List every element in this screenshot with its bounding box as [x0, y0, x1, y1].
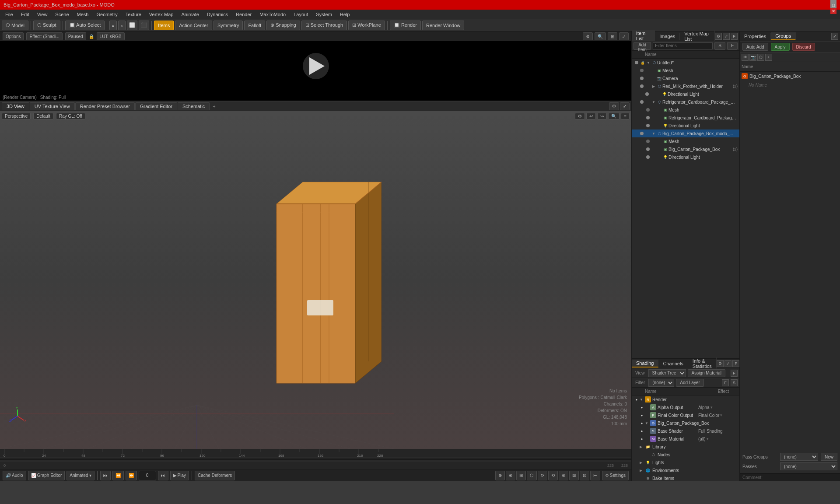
tab-schematic[interactable]: Schematic — [178, 102, 210, 110]
tab-properties[interactable]: Properties — [740, 33, 771, 40]
filter-items-input[interactable] — [653, 42, 713, 49]
tab-gradient[interactable]: Gradient Editor — [135, 102, 177, 110]
render-zoom-icon[interactable]: 🔍 — [595, 32, 606, 40]
shading-filter-s[interactable]: S — [731, 379, 738, 386]
bt9[interactable]: ⊡ — [580, 471, 589, 480]
bt2[interactable]: ⊗ — [506, 471, 515, 480]
new-passgroup-button[interactable]: New — [821, 453, 837, 461]
discard-button[interactable]: Discard — [792, 43, 815, 51]
model-button[interactable]: ⬡ Model — [2, 21, 28, 30]
transport-next[interactable]: ⏩ — [126, 471, 137, 480]
shade-row-lights[interactable]: ▶ 💡 Lights — [632, 458, 739, 466]
tab-renderpreset[interactable]: Render Preset Browser — [75, 102, 135, 110]
expand-icon[interactable]: ▼ — [651, 131, 656, 136]
bt5[interactable]: ⟳ — [538, 471, 547, 480]
item-row-untitled[interactable]: 🔒 ▼ ⬡ Untitled* — [632, 59, 739, 66]
panel-settings-icon[interactable]: ⚙ — [715, 33, 722, 40]
render-settings-icon[interactable]: ⚙ — [583, 32, 593, 40]
menu-dynamics[interactable]: Dynamics — [203, 11, 231, 18]
shade-expand-icon[interactable]: ▶ — [640, 469, 645, 472]
panel-expand-icon[interactable]: ⤢ — [723, 33, 730, 40]
expand-icon[interactable]: ▼ — [646, 60, 651, 65]
menu-file[interactable]: File — [2, 11, 17, 18]
menu-maxtomodo[interactable]: MaxToModo — [256, 11, 289, 18]
bt8[interactable]: ⊠ — [569, 471, 579, 480]
shade-expand-icon[interactable]: ▶ — [640, 445, 645, 449]
bt7[interactable]: ⊛ — [559, 471, 568, 480]
shade-row-environments[interactable]: ▶ 🌐 Environments — [632, 466, 739, 474]
tab-images[interactable]: Images — [655, 33, 680, 40]
shading-filter-select[interactable]: (none) — [648, 379, 674, 387]
play-button[interactable] — [303, 53, 329, 79]
tab-3dview[interactable]: 3D View — [2, 102, 29, 110]
item-row-refrig2[interactable]: ▣ Refrigerator_Cardboard_Package_Bo... — [632, 114, 739, 122]
graph-editor-button[interactable]: 📈 Graph Editor — [28, 471, 65, 480]
bt10[interactable]: ⊢ — [590, 471, 600, 480]
far-right-expand[interactable]: ⤢ — [831, 33, 838, 40]
settings-button[interactable]: ⚙ Settings — [602, 471, 629, 480]
item-row-mesh1[interactable]: ▣ Mesh — [632, 66, 739, 74]
render-expand-icon[interactable]: ⤢ — [619, 32, 629, 40]
play-button-bottom[interactable]: ▶ Play — [170, 471, 189, 480]
shade-row-baseshader[interactable]: ● S Base Shader Full Shading — [632, 427, 739, 435]
passes-select[interactable]: (none) — [780, 462, 837, 470]
shading-f-btn[interactable]: F — [731, 370, 738, 377]
bt1[interactable]: ⊕ — [495, 471, 505, 480]
menu-system[interactable]: System — [312, 11, 336, 18]
item-row-mesh3[interactable]: ▣ Mesh — [632, 137, 739, 145]
shader-tree-select[interactable]: Shader Tree — [648, 369, 686, 377]
menu-render[interactable]: Render — [232, 11, 255, 18]
viewport-settings-icon[interactable]: ⚙ — [609, 102, 619, 110]
vp-options-icon[interactable]: ≡ — [621, 113, 630, 119]
tab-uvtexture[interactable]: UV Texture View — [30, 102, 75, 110]
add-item-button[interactable]: Add Item ▾ — [634, 42, 651, 50]
action-center-button[interactable]: Action Center — [175, 21, 212, 30]
pass-groups-select[interactable]: (none) — [780, 453, 818, 461]
vert-mode-button[interactable]: ⬥ — [109, 21, 117, 30]
item-row-bigcarton[interactable]: ▼ ⬡ Big_Carton_Package_Box_modo_... — [632, 130, 739, 137]
audio-button[interactable]: 🔊 Audio — [3, 471, 26, 480]
shading-mode-button[interactable]: Default — [33, 113, 53, 119]
shading-expand-icon[interactable]: ⤢ — [724, 360, 732, 367]
viewport-3d[interactable]: Perspective Default Ray GL: Off ⚙ ↩ ↪ 🔍 … — [0, 111, 631, 449]
vp-redo-icon[interactable]: ↪ — [597, 113, 607, 119]
add-layer-button[interactable]: Add Layer — [676, 379, 704, 387]
shade-expand-icon[interactable]: ▼ — [640, 398, 645, 402]
item-row-camera[interactable]: 📷 Camera — [632, 74, 739, 82]
cache-deformers-button[interactable]: Cache Deformers — [195, 471, 235, 480]
menu-layout[interactable]: Layout — [290, 11, 312, 18]
tab-shading[interactable]: Shading — [632, 360, 658, 368]
panel-lock-icon[interactable]: F — [731, 33, 738, 40]
shade-row-bigcarton[interactable]: ● ▼ G Big_Carton_Package_Box — [632, 419, 739, 427]
item-row-dirlight1[interactable]: 💡 Directional Light — [632, 90, 739, 98]
snapping-button[interactable]: ⊕ Snapping — [266, 21, 300, 30]
filter-s-button[interactable]: S — [714, 42, 725, 50]
workplane-button[interactable]: ⊞ WorkPlane — [348, 21, 385, 30]
bt3[interactable]: ⊞ — [516, 471, 526, 480]
menu-texture[interactable]: Texture — [122, 11, 145, 18]
item-row-bigcarton-sub[interactable]: ▣ Big_Carton_Package_Box (2) — [632, 145, 739, 153]
assign-material-button[interactable]: Assign Material — [688, 369, 725, 377]
tab-info-stats[interactable]: Info & Statistics — [688, 357, 717, 370]
prop-vis-icon[interactable]: 👁 — [742, 54, 749, 61]
vp-undo-icon[interactable]: ↩ — [586, 113, 596, 119]
tab-channels[interactable]: Channels — [658, 360, 688, 367]
menu-geometry[interactable]: Geometry — [93, 11, 121, 18]
options-button[interactable]: Options — [3, 32, 24, 40]
tab-groups[interactable]: Groups — [771, 32, 796, 40]
group-row-bigcarton[interactable]: G Big_Carton_Package_Box — [740, 72, 840, 80]
maximize-button[interactable]: □ — [830, 2, 836, 8]
render-window-button[interactable]: Render Window — [422, 21, 464, 30]
menu-scene[interactable]: Scene — [52, 11, 72, 18]
prop-icon3[interactable]: ⬡ — [757, 54, 764, 61]
frame-input[interactable] — [139, 471, 156, 480]
shade-row-nodes[interactable]: ⬡ Nodes — [632, 451, 739, 458]
menu-vertexmap[interactable]: Vertex Map — [146, 11, 177, 18]
render-button[interactable]: 🔲 Render — [390, 21, 421, 30]
item-row-mesh2[interactable]: ▣ Mesh — [632, 106, 739, 114]
falloff-button[interactable]: Falloff — [244, 21, 265, 30]
poly-mode-button[interactable]: ⬜ — [127, 21, 137, 30]
viewport-expand-icon[interactable]: ⤢ — [620, 102, 630, 110]
shade-row-library[interactable]: ▶ 📁 Library — [632, 443, 739, 451]
shade-row-basematerial[interactable]: ● M Base Material (all) ▾ — [632, 435, 739, 443]
